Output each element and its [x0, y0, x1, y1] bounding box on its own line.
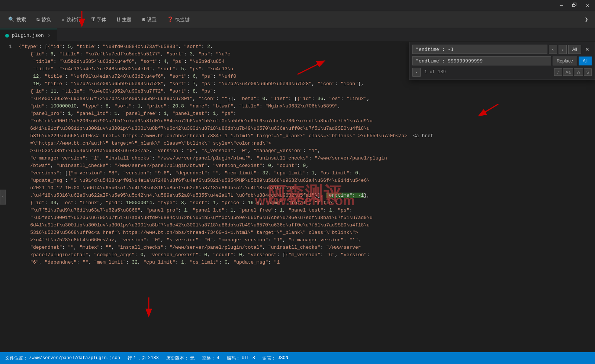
code-line: "\u7f51\u7ad9\u76d1\u63a7\u62a5\u8868", … — [19, 207, 595, 214]
code-line: /panel/plugin/total", "compile_args": 0,… — [19, 251, 595, 259]
toolbar-settings-label: 设置 — [147, 16, 157, 23]
col-num: 2188 — [148, 355, 159, 361]
find-close-button[interactable]: ✕ — [583, 45, 592, 54]
help-icon: ❓ — [167, 16, 173, 23]
code-line: >\u7533\u8bf7\u5546\u4e1a\u6388\u6743</a… — [19, 147, 595, 155]
toolbar-chevron[interactable]: ❯ — [582, 15, 591, 25]
line-num: 1 — [134, 355, 136, 361]
status-bar: 文件位置： /www/server/panel/data/plugin.json… — [0, 352, 595, 364]
space-val: 4 — [217, 355, 219, 361]
code-line: "update_msg": "0 \u914d\u5408\u4f01\u4e1… — [19, 177, 595, 184]
case-option-button[interactable]: Aa — [563, 68, 573, 76]
line-label: 行 — [128, 355, 132, 361]
replace-all-button[interactable]: All — [579, 57, 592, 65]
toolbar-settings[interactable]: ⚙ 设置 — [138, 14, 161, 25]
title-bar: — 🗗 ✕ — [0, 0, 595, 11]
find-next-button[interactable]: › — [559, 45, 567, 54]
s-option-button[interactable]: S — [584, 68, 592, 76]
find-prev-button[interactable]: ‹ — [549, 45, 557, 54]
regex-option-button[interactable]: .* — [554, 68, 562, 76]
col-label: ，列 — [138, 355, 147, 361]
code-line: "\u5feb\u9001f\u5206\u6790\u7f51\u7ad9\u… — [19, 214, 595, 222]
tab-close-button[interactable]: ✕ — [47, 32, 52, 39]
replace-input[interactable] — [412, 56, 551, 65]
toolbar-font-label: 字体 — [97, 16, 106, 23]
word-option-button[interactable]: W — [574, 68, 583, 76]
toolbar-goto[interactable]: ✏ 跳转行 — [57, 14, 85, 25]
code-line: "\u4e00\u952e\u90e8\u7f72\u7b2c\u4e09\u6… — [19, 95, 595, 103]
file-path-item: 文件位置： /www/server/panel/data/plugin.json — [5, 355, 120, 361]
code-line: >\u4f7f\u7528\u8bf4\u660e</a>, "version"… — [19, 236, 595, 244]
find-minus-button[interactable]: - — [412, 68, 421, 77]
file-tab[interactable]: plugin.json ✕ — [0, 29, 57, 41]
space-item: 空格： 4 — [202, 355, 219, 361]
replace-icon: ↹ — [36, 16, 39, 23]
find-options: .* Aa W S — [554, 68, 592, 76]
language-val: JSON — [277, 355, 288, 361]
code-line: 5316\u5229\u5668\uff0c<a href=\"https://… — [19, 229, 595, 236]
code-line: "pid": 100000010, "type": 8, "sort": 1, … — [19, 103, 595, 110]
language-label: 语言： — [263, 355, 276, 361]
replace-row: Replace All — [412, 56, 592, 65]
toolbar-replace[interactable]: ↹ 替换 — [32, 14, 55, 25]
window-controls: — 🗗 ✕ — [557, 1, 591, 9]
close-button[interactable]: ✕ — [584, 1, 591, 9]
find-all-button[interactable]: All — [568, 45, 581, 54]
search-icon: 🔍 — [8, 16, 15, 23]
theme-icon: U — [117, 17, 120, 23]
toolbar-font[interactable]: T 字体 — [87, 14, 111, 25]
history-val: 无 — [190, 355, 194, 361]
toolbar-search-label: 搜索 — [16, 16, 26, 23]
history-label: 历史版本： — [166, 355, 189, 361]
encoding-item: 编码： UTF-8 — [227, 355, 255, 361]
code-line: {"id": 11, "title": "\u4e00\u952e\u90e8\… — [19, 88, 595, 95]
language-item: 语言： JSON — [263, 355, 288, 361]
code-line: "dependnet": "", "mutex": "", "install_c… — [19, 244, 595, 251]
space-label: 空格： — [202, 355, 215, 361]
code-line: "versions": [{"m_version": "8", "version… — [19, 170, 595, 177]
minimize-button[interactable]: — — [557, 1, 565, 9]
toolbar-search[interactable]: 🔍 搜索 — [4, 14, 30, 25]
history-item: 历史版本： 无 — [166, 355, 194, 361]
file-path-label: 文件位置： — [5, 355, 28, 361]
find-count: 1 of 189 — [422, 68, 448, 76]
encoding-val: UTF-8 — [242, 355, 255, 361]
code-line: 6d41\u91cf\u3001ip\u3001uv\u3001pv\u3001… — [19, 125, 595, 132]
restore-button[interactable]: 🗗 — [570, 1, 579, 9]
code-line: "\u5feb\u9001f\u5206\u6790\u7f51\u7ad9\u… — [19, 117, 595, 125]
code-line: .\u4f18\u5316\u62e6\u622aIP\u5e95\u5c42\… — [19, 192, 595, 199]
editor-content[interactable]: {"type": [{"id": 5, "title": "\u8fd0\u88… — [15, 42, 595, 352]
code-line: 6d41\u91cf\u3001ip\u3001uv\u3001pv\u3001… — [19, 222, 595, 229]
toolbar-goto-label: 跳转行 — [67, 16, 81, 23]
settings-icon: ⚙ — [142, 16, 145, 23]
replace-button[interactable]: Replace — [553, 57, 577, 65]
file-path-value: /www/server/panel/data/plugin.json — [29, 355, 120, 361]
find-options-row: - 1 of 189 .* Aa W S — [412, 68, 592, 77]
line-number: 1 — [0, 43, 12, 51]
tab-modified-dot — [5, 34, 9, 38]
editor-container: ‹ 1 {"type": [{"id": 5, "title": "\u8fd0… — [0, 42, 595, 352]
code-line: /btwaf", "uninsatll_checks": "/www/serve… — [19, 162, 595, 170]
tab-bar: plugin.json ✕ — [0, 28, 595, 42]
toolbar-theme[interactable]: U 主题 — [112, 14, 136, 25]
find-input[interactable] — [412, 45, 547, 54]
find-row: ‹ › All ✕ — [412, 45, 592, 54]
code-line: n2021-10-12 10:00 \u66f4\u65b0\n1.\u4f18… — [19, 184, 595, 192]
code-line: 10, "title": "\u7b2c\u4e09\u65b9\u5e94\u… — [19, 80, 595, 88]
code-line: 5316\u5229\u5668\uff0c<a href=\"https://… — [19, 132, 595, 140]
tab-filename: plugin.json — [12, 33, 44, 38]
toolbar: 🔍 搜索 ↹ 替换 ✏ 跳转行 T 字体 U 主题 ⚙ 设置 ❓ 快捷键 ❯ — [0, 11, 595, 28]
toolbar-replace-label: 替换 — [41, 16, 51, 23]
toolbar-shortcuts-label: 快捷键 — [175, 16, 190, 23]
code-line: "panel_pro": 1, "panel_ltd": 1, "panel_f… — [19, 110, 595, 117]
cursor-position-item: 行 1 ，列 2188 — [128, 355, 159, 361]
code-line: {"id": 34, "os": "Linux", "pid": 1000000… — [19, 199, 595, 207]
toolbar-theme-label: 主题 — [122, 16, 132, 23]
goto-icon: ✏ — [61, 16, 64, 23]
code-line: "c_manager_version": "1", "install_check… — [19, 155, 595, 162]
font-icon: T — [91, 17, 95, 23]
toolbar-shortcuts[interactable]: ❓ 快捷键 — [163, 14, 194, 25]
collapse-button[interactable]: ‹ — [0, 190, 6, 204]
code-line: =\"https://www.bt.cn/auth\" target=\"_bl… — [19, 140, 595, 147]
code-line: "6", "dependnet": "", "mem_limit": 32, "… — [19, 259, 595, 266]
